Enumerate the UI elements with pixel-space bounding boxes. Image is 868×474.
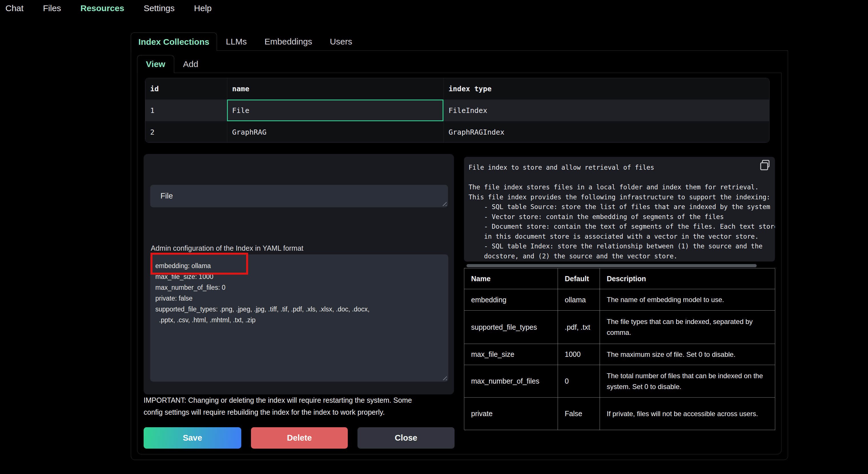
resize-grip-icon[interactable] — [442, 201, 446, 206]
spec-cell-description: If private, files will not be accessible… — [600, 398, 775, 430]
index-config-help-text: Admin configuration of the Index in YAML… — [151, 244, 304, 252]
spec-cell-name: private — [464, 398, 558, 430]
nav-item-chat[interactable]: Chat — [5, 3, 23, 13]
spec-header-description: Description — [600, 268, 775, 289]
index-name-value: File — [160, 192, 173, 201]
warning-line: config settings will require rebuilding … — [144, 406, 412, 418]
spec-cell-description: The maximum size of file. Set 0 to disab… — [600, 344, 775, 365]
tab-index-collections[interactable]: Index Collections — [131, 33, 217, 51]
warning-line: IMPORTANT: Changing or deleting the inde… — [144, 394, 412, 406]
spec-cell-default: .pdf, .txt — [558, 311, 600, 344]
delete-button[interactable]: Delete — [251, 427, 348, 449]
table-cell-type-graphragindex[interactable]: GraphRAGIndex — [443, 121, 770, 143]
annotation-highlight-box — [151, 253, 248, 275]
spec-cell-default: False — [558, 398, 600, 430]
tab-embeddings[interactable]: Embeddings — [255, 33, 321, 51]
yaml-line: private: false — [155, 293, 443, 304]
index-table-header-name: name — [227, 78, 443, 100]
spec-cell-default: ollama — [558, 289, 600, 311]
spec-cell-default: 0 — [558, 365, 600, 398]
spec-header-name: Name — [464, 268, 558, 289]
tab-add[interactable]: Add — [174, 55, 207, 73]
spec-cell-description: The file types that can be indexed, sepa… — [600, 311, 775, 344]
table-cell-name-graphrag[interactable]: GraphRAG — [227, 121, 443, 143]
horizontal-scrollbar-thumb[interactable] — [467, 264, 757, 267]
spec-cell-name: embedding — [464, 289, 558, 311]
nav-item-resources[interactable]: Resources — [81, 3, 124, 13]
spec-cell-name: max_number_of_files — [464, 365, 558, 398]
yaml-line: max_number_of_files: 0 — [155, 282, 443, 293]
index-description-panel: File index to store and allow retrieval … — [464, 157, 775, 262]
top-nav: Chat Files Resources Settings Help — [5, 3, 212, 13]
warning-text: IMPORTANT: Changing or deleting the inde… — [144, 394, 412, 418]
table-cell-name-file-selected[interactable]: File — [227, 100, 443, 121]
table-cell-id-1[interactable]: 1 — [145, 100, 227, 121]
spec-cell-description: The total number of files that can be in… — [600, 365, 775, 398]
close-button[interactable]: Close — [358, 427, 455, 449]
spec-cell-default: 1000 — [558, 344, 600, 365]
nav-item-files[interactable]: Files — [43, 3, 61, 13]
index-table: id name index type 1 File FileIndex 2 Gr… — [145, 78, 770, 143]
spec-header-default: Default — [558, 268, 600, 289]
index-table-header-index-type: index type — [443, 78, 770, 100]
spec-cell-name: max_file_size — [464, 344, 558, 365]
resources-tab-bar: Index Collections LLMs Embeddings Users — [131, 33, 361, 51]
spec-cell-description: The name of embedding model to use. — [600, 289, 775, 311]
index-description-text: File index to store and allow retrieval … — [464, 157, 775, 261]
app-root: Chat Files Resources Settings Help Index… — [0, 0, 868, 474]
yaml-line: supported_file_types: .png, .jpeg, .jpg,… — [155, 304, 443, 314]
nav-item-settings[interactable]: Settings — [144, 3, 175, 13]
yaml-line: .pptx, .csv, .html, .mhtml, .txt, .zip — [155, 314, 443, 326]
view-add-tab-bar: View Add — [137, 55, 207, 73]
tab-view[interactable]: View — [137, 55, 174, 73]
resize-grip-icon[interactable] — [442, 375, 447, 380]
tab-llms[interactable]: LLMs — [217, 33, 255, 51]
tab-users[interactable]: Users — [321, 33, 361, 51]
copy-icon[interactable] — [759, 159, 772, 172]
index-name-input[interactable]: File — [150, 185, 448, 207]
table-cell-type-fileindex[interactable]: FileIndex — [443, 100, 770, 121]
index-table-header-id: id — [145, 78, 227, 100]
table-cell-id-2[interactable]: 2 — [145, 121, 227, 143]
spec-cell-name: supported_file_types — [464, 311, 558, 344]
nav-item-help[interactable]: Help — [194, 3, 212, 13]
config-spec-table: Name Default Description embedding ollam… — [464, 268, 775, 430]
save-button[interactable]: Save — [144, 427, 241, 449]
